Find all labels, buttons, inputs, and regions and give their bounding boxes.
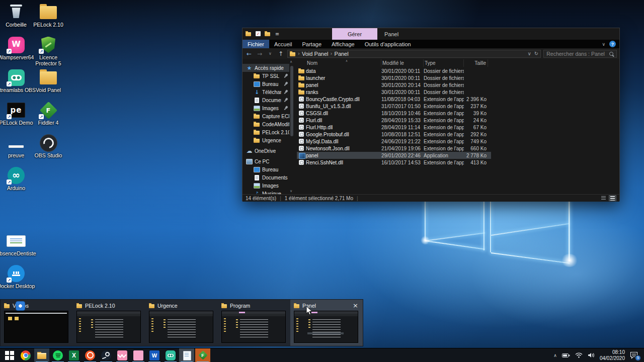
sidebar-item[interactable]: PELock 2.10	[243, 128, 289, 136]
sidebar-item[interactable]: Bureau	[243, 80, 289, 88]
expand-ribbon-icon[interactable]: ∨	[602, 42, 605, 47]
desktop-shortcut[interactable]: Arduino	[0, 165, 32, 198]
tray-chevron-up-icon[interactable]: ∧	[553, 353, 557, 358]
taskbar-preview[interactable]: Program ×	[218, 300, 290, 346]
column-header-size[interactable]: Taille	[464, 59, 488, 67]
sidebar-item[interactable]: Ce PC	[243, 157, 289, 165]
volume-icon[interactable]	[588, 351, 595, 360]
taskbar-item[interactable]	[99, 348, 114, 362]
file-row[interactable]: Flurl.Http.dll 28/04/2019 11:14 Extensio…	[297, 124, 491, 131]
taskbar-item[interactable]	[50, 348, 65, 362]
desktop-shortcut[interactable]: Corbeille	[0, 2, 32, 35]
breadcrumb-segment[interactable]: Void Panel	[302, 51, 329, 57]
file-row[interactable]: Flurl.dll 28/04/2019 15:33 Extension de …	[297, 117, 491, 124]
ribbon-tab[interactable]: Partage	[297, 40, 327, 48]
desktop-shortcut[interactable]: Docker Desktop	[0, 263, 32, 296]
desktop-shortcut[interactable]: Licence Protector 5	[32, 35, 64, 67]
ribbon-tab[interactable]: Affichage	[327, 40, 360, 48]
battery-icon[interactable]	[562, 351, 570, 360]
sidebar-item[interactable]: Bureau	[243, 165, 289, 173]
clock[interactable]: 08:10 04/02/2020	[600, 349, 625, 361]
qat-folder-icon[interactable]	[245, 31, 252, 37]
sidebar-scrollbar[interactable]	[289, 59, 294, 194]
column-header-type[interactable]: Type	[424, 59, 464, 67]
qat-folder2-icon[interactable]	[264, 31, 271, 37]
sidebar-item[interactable]: Documents	[243, 96, 289, 104]
sidebar-item[interactable]: Capture ECRAN	[243, 112, 289, 120]
recent-locations-dropdown-icon[interactable]: ∨	[266, 52, 274, 56]
window-preview[interactable]	[76, 311, 141, 343]
wifi-icon[interactable]	[575, 351, 583, 360]
back-button[interactable]: ←	[245, 51, 253, 57]
taskbar-item[interactable]	[83, 348, 98, 362]
desktop-shortcut[interactable]: preuve	[0, 133, 32, 165]
breadcrumb-segment[interactable]: Panel	[335, 51, 349, 57]
sidebar-item[interactable]: TP SSL	[243, 72, 289, 80]
file-row[interactable]: Google.Protobuf.dll 10/08/2018 12:51 Ext…	[297, 131, 491, 138]
sidebar-item[interactable]: OneDrive	[243, 147, 289, 155]
file-row[interactable]: CSGSI.dll 18/10/2019 10:46 Extension de …	[297, 110, 491, 117]
forward-button[interactable]: →	[256, 51, 264, 57]
taskbar-item[interactable]	[115, 348, 130, 362]
notification-center-icon[interactable]: 5	[630, 351, 639, 359]
sidebar-item[interactable]: CodeAModif	[243, 120, 289, 128]
refresh-icon[interactable]: ↻	[534, 51, 538, 56]
sidebar-item[interactable]: Images	[243, 104, 289, 112]
close-preview-button[interactable]: ×	[352, 302, 359, 309]
manage-contextual-tab[interactable]: Gérer	[332, 28, 377, 40]
taskbar-preview[interactable]: PELock 2.10 ×	[73, 300, 145, 346]
file-row[interactable]: Newtonsoft.Json.dll 21/04/2019 19:06 Ext…	[297, 145, 491, 152]
ribbon-tab[interactable]: Outils d'application	[360, 40, 416, 48]
file-row[interactable]: Bunifu_UI_v1.5.3.dll 31/07/2017 01:50 Ex…	[297, 103, 491, 110]
sidebar-item[interactable]: Musique	[243, 190, 289, 194]
column-header-name[interactable]: Nom ∧	[297, 59, 381, 67]
desktop-shortcut[interactable]: OBS Studio	[32, 133, 64, 165]
file-row[interactable]: panel 29/01/2020 22:46 Application 2 778…	[297, 152, 491, 159]
desktop-shortcut[interactable]: PELock Demo	[0, 100, 32, 133]
file-row[interactable]: panel 30/01/2020 20:14 Dossier de fichie…	[297, 81, 491, 88]
view-list-icon[interactable]	[600, 195, 607, 201]
taskbar-preview[interactable]: Urgence ×	[145, 300, 218, 346]
help-icon[interactable]: ?	[609, 41, 616, 47]
scrollbar-thumb[interactable]	[290, 66, 293, 136]
qat-check-icon[interactable]	[255, 31, 262, 37]
desktop-shortcut[interactable]: Wampserver64	[0, 35, 32, 67]
qat-customize-icon[interactable]	[274, 31, 281, 37]
taskbar-item[interactable]	[66, 348, 82, 362]
window-preview[interactable]	[149, 311, 213, 343]
ribbon-tab[interactable]: Accueil	[269, 40, 297, 48]
file-row[interactable]: Renci.SshNet.dll 16/10/2017 14:53 Extens…	[297, 159, 491, 166]
sidebar-item[interactable]: Accès rapide	[243, 64, 289, 72]
search-input[interactable]	[544, 50, 616, 57]
sidebar-item[interactable]: Urgence	[243, 136, 289, 144]
ribbon-tab[interactable]: Fichier	[243, 40, 269, 48]
taskbar-item[interactable]	[18, 348, 33, 362]
address-bar[interactable]: › Void Panel › Panel ∨ ↻	[287, 50, 541, 58]
taskbar-item[interactable]	[2, 348, 17, 362]
file-row[interactable]: MySql.Data.dll 24/06/2019 21:22 Extensio…	[297, 138, 491, 145]
window-preview[interactable]	[294, 311, 358, 343]
view-details-icon[interactable]	[609, 195, 616, 201]
taskbar-item[interactable]	[195, 348, 210, 362]
desktop-shortcut[interactable]: Fiddler 4	[32, 100, 64, 133]
file-row[interactable]: launcher 30/01/2020 00:11 Dossier de fic…	[297, 74, 491, 81]
desktop-shortcut[interactable]: Streamlabs OBS	[0, 67, 32, 100]
search-icon[interactable]	[609, 52, 614, 57]
desktop-shortcut[interactable]: Void Panel	[32, 67, 64, 100]
window-preview[interactable]	[4, 311, 68, 343]
file-row[interactable]: data 30/01/2020 00:11 Dossier de fichier…	[297, 67, 491, 74]
taskbar-item[interactable]	[147, 348, 162, 362]
taskbar-item[interactable]	[34, 348, 49, 362]
column-header-date[interactable]: Modifié le	[381, 59, 424, 67]
file-row[interactable]: ranks 30/01/2020 00:11 Dossier de fichie…	[297, 88, 491, 96]
taskbar-item[interactable]	[131, 348, 146, 362]
sidebar-item[interactable]: Téléchargements	[243, 88, 289, 96]
sidebar-item[interactable]: Documents	[243, 173, 289, 182]
taskbar-preview[interactable]: Vidéos ×	[1, 300, 73, 346]
title-bar[interactable]: Gérer Panel	[243, 28, 619, 40]
up-button[interactable]: ↑	[277, 51, 285, 57]
window-preview[interactable]	[221, 311, 286, 343]
sidebar-item[interactable]: Images	[243, 182, 289, 190]
desktop-shortcut[interactable]: PELock 2.10	[32, 2, 64, 35]
taskbar-preview[interactable]: Panel ×	[290, 300, 363, 346]
